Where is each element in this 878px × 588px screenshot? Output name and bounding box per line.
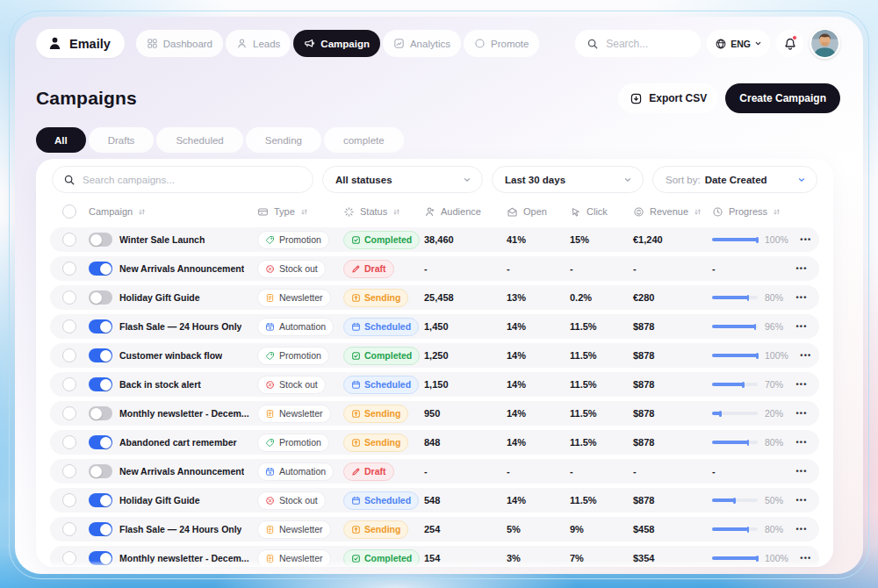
row-menu-button[interactable]: •••	[784, 293, 819, 302]
campaign-toggle[interactable]	[89, 290, 112, 305]
row-checkbox[interactable]	[62, 319, 76, 333]
column-header-open[interactable]: Open	[507, 206, 570, 218]
tab-sending[interactable]: Sending	[246, 127, 321, 153]
nav-item-analytics[interactable]: Analytics	[383, 30, 461, 57]
table-row[interactable]: Holiday Gift GuideNewsletterSending25,45…	[50, 285, 819, 310]
sending-icon	[351, 438, 361, 448]
sending-icon	[351, 525, 361, 534]
analytics-icon	[393, 38, 405, 49]
row-checkbox[interactable]	[62, 522, 76, 536]
table-row[interactable]: Monthly newsletter - Decem...NewsletterC…	[50, 546, 819, 567]
column-header-progress[interactable]: Progress	[712, 206, 784, 218]
app-logo[interactable]: Emaily	[36, 29, 125, 58]
campaign-toggle[interactable]	[89, 522, 112, 536]
row-checkbox[interactable]	[62, 551, 76, 565]
campaign-toggle[interactable]	[89, 551, 112, 565]
global-search-input[interactable]: Search...	[575, 30, 701, 57]
table-row[interactable]: Flash Sale — 24 Hours OnlyAutomationSche…	[50, 314, 819, 339]
row-menu-button[interactable]: •••	[784, 467, 819, 476]
promote-icon	[474, 38, 486, 49]
tab-drafts[interactable]: Drafts	[89, 127, 155, 153]
row-checkbox[interactable]	[62, 290, 76, 305]
export-csv-button[interactable]: Export CSV	[618, 83, 718, 113]
row-checkbox[interactable]	[62, 464, 76, 478]
row-menu-button[interactable]: •••	[784, 496, 819, 505]
row-checkbox[interactable]	[62, 377, 76, 391]
row-checkbox[interactable]	[62, 493, 76, 507]
campaign-toggle[interactable]	[89, 406, 112, 420]
table-row[interactable]: Customer winback flowPromotionCompleted1…	[50, 343, 819, 368]
table-row[interactable]: Winter Sale LaunchPromotionCompleted38,4…	[50, 227, 819, 252]
completed-icon	[351, 351, 361, 361]
dashboard-icon	[147, 38, 158, 49]
table-row[interactable]: Holiday Gift GuideStock outScheduled5481…	[50, 488, 819, 513]
status-badge: Sending	[343, 289, 408, 307]
download-icon	[630, 92, 643, 105]
table-row[interactable]: Back in stock alertStock outScheduled1,1…	[50, 372, 819, 397]
campaign-toggle[interactable]	[89, 262, 112, 276]
status-filter-select[interactable]: All statuses	[322, 166, 483, 193]
nav-item-campaign[interactable]: Campaign	[293, 30, 380, 57]
campaign-toggle[interactable]	[89, 233, 112, 247]
date-range-select[interactable]: Last 30 days	[492, 166, 644, 193]
row-menu-button[interactable]: •••	[784, 438, 819, 447]
table-header: CampaignTypeStatusAudienceOpenClickReven…	[50, 200, 819, 223]
campaign-toggle[interactable]	[89, 493, 112, 507]
row-menu-button[interactable]: •••	[784, 409, 819, 418]
table-row[interactable]: Monthly newsletter - Decem...NewsletterS…	[50, 401, 819, 426]
type-badge: Promotion	[257, 231, 329, 249]
column-header-audience[interactable]: Audience	[424, 206, 507, 218]
column-header-revenue[interactable]: Revenue	[633, 206, 712, 218]
sort-icon	[137, 207, 147, 217]
row-menu-button[interactable]: •••	[784, 380, 819, 389]
notifications-button[interactable]	[776, 30, 803, 57]
sort-select[interactable]: Sort by: Date Created	[652, 166, 817, 193]
row-checkbox[interactable]	[62, 435, 76, 449]
table-row[interactable]: New Arrivals AnnouncementStock outDraft-…	[50, 256, 819, 281]
nav-item-dashboard[interactable]: Dashboard	[136, 30, 223, 57]
row-checkbox[interactable]	[62, 262, 76, 276]
nav-item-promote[interactable]: Promote	[464, 30, 539, 57]
campaign-toggle[interactable]	[89, 435, 112, 449]
newsletter-icon	[265, 409, 275, 419]
column-header-campaign[interactable]: Campaign	[89, 206, 257, 217]
column-header-type[interactable]: Type	[257, 206, 343, 218]
row-checkbox[interactable]	[62, 233, 76, 247]
page-header: Campaigns Export CSV Create Campaign	[36, 83, 840, 113]
row-menu-button[interactable]: •••	[784, 525, 819, 534]
language-selector[interactable]: ENG	[707, 30, 770, 57]
campaign-toggle[interactable]	[89, 464, 112, 478]
notification-dot	[792, 35, 797, 40]
row-menu-button[interactable]: •••	[784, 322, 819, 331]
column-header-click[interactable]: Click	[570, 206, 633, 218]
megaphone-icon	[304, 38, 315, 49]
table-row[interactable]: Flash Sale — 24 Hours OnlyNewsletterSend…	[50, 517, 819, 541]
sort-icon	[772, 207, 781, 217]
row-checkbox[interactable]	[62, 348, 76, 362]
table-row[interactable]: Abandoned cart rememberPromotionSending8…	[50, 430, 819, 455]
row-menu-button[interactable]: •••	[788, 351, 824, 360]
tab-all[interactable]: All	[36, 127, 86, 153]
user-avatar[interactable]	[810, 28, 840, 59]
row-menu-button[interactable]: •••	[788, 554, 824, 563]
app-window: Emaily DashboardLeadsCampaignAnalyticsPr…	[15, 17, 863, 574]
campaign-toggle[interactable]	[89, 348, 112, 362]
tab-complete[interactable]: complete	[324, 127, 404, 153]
status-badge: Sending	[343, 520, 408, 539]
campaign-search-input[interactable]: Search campaigns...	[52, 166, 313, 193]
tab-scheduled[interactable]: Scheduled	[156, 127, 242, 153]
nav-item-leads[interactable]: Leads	[226, 30, 291, 57]
column-header-status[interactable]: Status	[343, 206, 424, 218]
campaign-toggle[interactable]	[89, 377, 112, 391]
row-menu-button[interactable]: •••	[784, 264, 819, 273]
progress-bar	[712, 412, 758, 415]
promotion-icon	[265, 438, 275, 448]
campaign-toggle[interactable]	[89, 319, 112, 333]
row-menu-button[interactable]: •••	[788, 235, 824, 244]
chevron-down-icon	[623, 176, 632, 184]
table-row[interactable]: New Arrivals AnnouncementAutomationDraft…	[50, 459, 819, 484]
select-all-checkbox[interactable]	[62, 204, 76, 219]
type-badge: Newsletter	[257, 549, 331, 568]
create-campaign-button[interactable]: Create Campaign	[725, 83, 840, 113]
row-checkbox[interactable]	[62, 406, 76, 420]
